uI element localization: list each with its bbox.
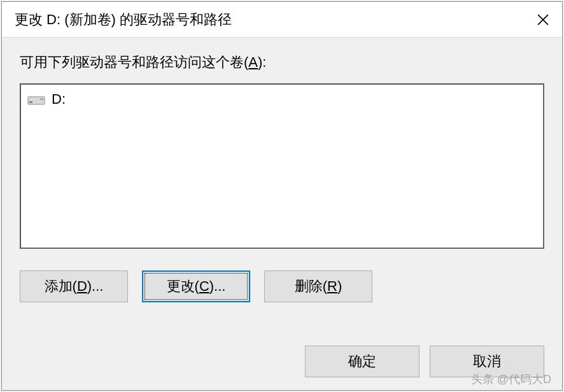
drive-icon bbox=[27, 94, 45, 105]
action-button-row: 添加(D)... 更改(C)... 删除(R) bbox=[20, 270, 544, 302]
svg-rect-3 bbox=[29, 101, 32, 103]
ok-button[interactable]: 确定 bbox=[305, 346, 419, 377]
drives-listbox[interactable]: D: bbox=[20, 83, 544, 249]
instruction-label: 可用下列驱动器号和路径访问这个卷(A): bbox=[20, 53, 544, 72]
instruction-prefix: 可用下列驱动器号和路径访问这个卷( bbox=[20, 54, 248, 70]
svg-rect-4 bbox=[40, 99, 43, 100]
add-button[interactable]: 添加(D)... bbox=[20, 270, 128, 302]
footer-button-row: 确定 取消 bbox=[20, 320, 544, 377]
instruction-key: A bbox=[248, 54, 258, 70]
window-title: 更改 D: (新加卷) 的驱动器号和路径 bbox=[15, 10, 232, 29]
list-item-label: D: bbox=[52, 91, 66, 108]
remove-button[interactable]: 删除(R) bbox=[264, 270, 372, 302]
close-button[interactable] bbox=[524, 2, 562, 38]
cancel-button[interactable]: 取消 bbox=[430, 346, 544, 377]
titlebar: 更改 D: (新加卷) 的驱动器号和路径 bbox=[2, 2, 562, 38]
dialog-window: 更改 D: (新加卷) 的驱动器号和路径 可用下列驱动器号和路径访问这个卷(A)… bbox=[1, 1, 563, 391]
dialog-content: 可用下列驱动器号和路径访问这个卷(A): D: 添加(D)... 更改(C).. bbox=[2, 38, 562, 390]
list-item[interactable]: D: bbox=[27, 90, 537, 109]
close-icon bbox=[537, 14, 549, 25]
instruction-suffix: ): bbox=[258, 54, 266, 70]
svg-rect-2 bbox=[28, 97, 45, 104]
change-button[interactable]: 更改(C)... bbox=[142, 270, 250, 302]
